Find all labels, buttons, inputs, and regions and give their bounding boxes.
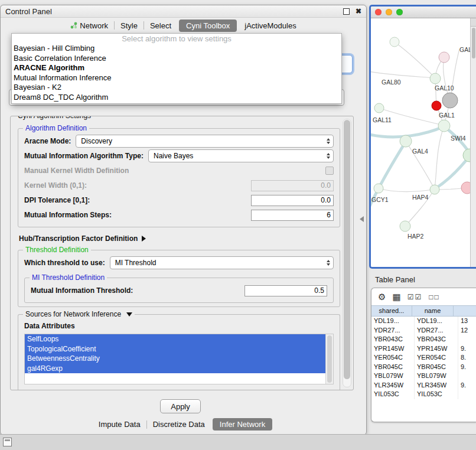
network-node[interactable]	[374, 103, 384, 113]
network-node[interactable]	[439, 52, 449, 63]
mi-type-row: Mutual Information Algorithm Type: Naive…	[24, 149, 334, 162]
zoom-traffic-light[interactable]	[396, 9, 403, 15]
table-cell: 8.	[458, 353, 476, 363]
table-header-row: shared... name	[371, 305, 476, 317]
mi-type-select[interactable]: Naive Bayes	[148, 149, 334, 162]
network-node-label: GAL80	[382, 79, 401, 86]
network-view-window: GALGAL80GAL10GAL11GAL1SWI4GAL4GCY1HAP4HA…	[369, 5, 476, 269]
mi-threshold-group: MI Threshold Definition Mutual Informati…	[24, 278, 334, 303]
table-cell: YPR145W	[371, 344, 415, 354]
dpi-tolerance-row: DPI Tolerance [0,1]: 0.0	[24, 194, 334, 207]
table-row[interactable]: YDL19...YDL19...13	[371, 317, 476, 326]
apply-button[interactable]: Apply	[160, 399, 201, 413]
bottom-strip	[0, 434, 476, 450]
minimized-panel-icon[interactable]	[3, 438, 12, 446]
tab-network[interactable]: Network	[64, 19, 114, 32]
threshold-definition-title: Threshold Definition	[23, 246, 91, 254]
table-cell: YLR345W	[415, 381, 458, 390]
network-edge	[435, 126, 444, 188]
network-scrollbar[interactable]	[470, 18, 476, 267]
algorithm-dropdown-popup: Select algorithm to view settings Bayesi…	[11, 33, 342, 104]
network-node-label: SWI4	[451, 135, 466, 142]
tab-label: Cyni Toolbox	[186, 21, 230, 30]
network-node[interactable]	[390, 37, 399, 47]
network-node[interactable]	[432, 101, 441, 110]
table-row[interactable]: YLR345WYLR345W9.	[371, 381, 476, 390]
network-node[interactable]	[400, 135, 412, 147]
column-header-clipped[interactable]	[454, 306, 476, 316]
panel-splitter-arrow[interactable]	[360, 216, 364, 222]
dpi-tolerance-input[interactable]: 0.0	[251, 195, 334, 206]
network-scrollbar-button[interactable]	[471, 18, 476, 27]
mi-steps-input[interactable]: 6	[251, 210, 334, 221]
table-row[interactable]: YDR27...YDR27...12	[371, 326, 476, 335]
deselect-rows-icon[interactable]: □□	[429, 294, 440, 301]
tab-discretize-data[interactable]: Discretize Data	[147, 418, 211, 431]
tab-infer-network[interactable]: Infer Network	[213, 418, 272, 431]
data-attribute-item[interactable]: SelfLoops	[25, 334, 326, 344]
algorithm-option[interactable]: Dream8 DC_TDC Algorithm	[12, 93, 341, 103]
table-row[interactable]: YIL053CYIL053C	[371, 390, 476, 399]
tab-label: Impute Data	[99, 420, 141, 429]
network-node[interactable]	[430, 73, 441, 84]
aracne-mode-select[interactable]: Discovery	[76, 135, 334, 148]
tab-select[interactable]: Select	[144, 19, 177, 32]
algorithm-option[interactable]: Bayesian - Hill Climbing	[12, 44, 341, 54]
mi-steps-row: Mutual Information Steps: 6	[24, 208, 334, 221]
column-header-shared-name[interactable]: shared...	[371, 306, 412, 316]
network-canvas[interactable]: GALGAL80GAL10GAL11GAL1SWI4GAL4GCY1HAP4HA…	[371, 18, 476, 267]
data-attributes-list[interactable]: SelfLoopsTopologicalCoefficientBetweenne…	[24, 334, 334, 384]
data-attribute-item[interactable]: BetweennessCentrality	[25, 354, 326, 364]
network-node[interactable]	[430, 185, 439, 194]
kernel-width-input[interactable]: 0.0	[251, 180, 334, 191]
table-row[interactable]: YBR043CYBR043C	[371, 335, 476, 344]
hub-section-toggle[interactable]: Hub/Transcription Factor Definition	[19, 234, 340, 243]
table-row[interactable]: YER054CYER054C8.	[371, 353, 476, 363]
table-panel-window: ⚙ ▦ ☑☑ □□ shared... name YDL19...YDL19..…	[371, 288, 476, 422]
which-threshold-label: Which threshold to use:	[24, 259, 105, 267]
network-window-titlebar	[371, 6, 476, 18]
table-row[interactable]: YBR045CYBR045C9.	[371, 363, 476, 372]
settings-scrollbar[interactable]	[343, 119, 351, 387]
close-traffic-light[interactable]	[375, 9, 382, 15]
close-icon[interactable]: ✖	[356, 8, 361, 15]
tab-style[interactable]: Style	[115, 19, 144, 32]
control-panel-title: Control Panel	[5, 7, 343, 16]
table-cell: YDL19...	[371, 317, 415, 326]
table-row[interactable]: YBL079WYBL079W	[371, 371, 476, 381]
data-attribute-item[interactable]: gal4RGexp	[25, 364, 326, 374]
tab-cyni-toolbox[interactable]: Cyni Toolbox	[179, 19, 237, 32]
algorithm-option[interactable]: Bayesian - K2	[12, 83, 341, 93]
algorithm-definition-title: Algorithm Definition	[23, 124, 89, 132]
network-node-label: GAL4	[412, 148, 428, 155]
network-node-label: HAP4	[412, 194, 429, 201]
tab-impute-data[interactable]: Impute Data	[93, 418, 146, 431]
float-window-icon[interactable]	[343, 8, 350, 15]
column-header-name[interactable]: name	[412, 306, 454, 316]
which-threshold-select[interactable]: MI Threshold	[110, 256, 334, 269]
data-attribute-item[interactable]: TopologicalCoefficient	[25, 344, 326, 354]
network-scrollbar-thumb[interactable]	[472, 28, 475, 58]
tab-jactivemodules[interactable]: jActiveModules	[239, 19, 302, 32]
kernel-width-row: Kernel Width (0,1): 0.0	[24, 179, 334, 192]
settings-scrollbar-thumb[interactable]	[344, 120, 350, 379]
sources-group-title[interactable]: Sources for Network Inference	[23, 310, 135, 318]
manual-kernel-checkbox[interactable]	[325, 167, 334, 175]
network-node[interactable]	[400, 221, 410, 231]
columns-icon[interactable]: ▦	[392, 292, 400, 301]
network-edge	[451, 49, 459, 100]
algorithm-option[interactable]: Basic Correlation Inference	[12, 54, 341, 64]
attributes-scrollbar-thumb[interactable]	[327, 335, 332, 383]
table-row[interactable]: YPR145WYPR145W9.	[371, 344, 476, 354]
network-node[interactable]	[442, 93, 458, 108]
algorithm-option[interactable]: Mutual Information Inference	[12, 73, 341, 83]
minimize-traffic-light[interactable]	[386, 9, 392, 15]
select-all-rows-icon[interactable]: ☑☑	[407, 294, 423, 301]
gear-icon[interactable]: ⚙	[378, 292, 386, 301]
mi-threshold-row: Mutual Information Threshold: 0.5	[31, 284, 327, 297]
mi-threshold-input[interactable]: 0.5	[244, 285, 327, 296]
network-node[interactable]	[438, 120, 450, 132]
attributes-scrollbar[interactable]	[325, 334, 333, 384]
network-node[interactable]	[374, 184, 383, 193]
algorithm-option[interactable]: ARACNE Algorithm	[12, 63, 341, 73]
